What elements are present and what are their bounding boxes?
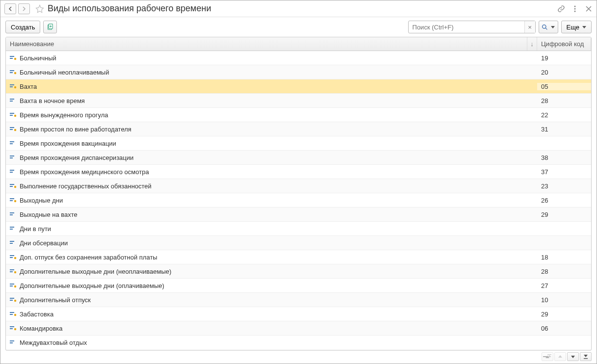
kebab-menu-icon[interactable] bbox=[571, 5, 579, 13]
nav-forward-button[interactable] bbox=[18, 3, 30, 14]
table-row[interactable]: Выполнение государственных обязанностей2… bbox=[6, 179, 591, 193]
row-code: 19 bbox=[537, 54, 591, 62]
svg-point-46 bbox=[14, 271, 16, 273]
svg-rect-47 bbox=[10, 284, 14, 285]
nav-back-button[interactable] bbox=[4, 3, 16, 14]
svg-point-2 bbox=[574, 10, 576, 12]
row-type-icon bbox=[10, 255, 17, 260]
favorite-star-icon[interactable] bbox=[35, 4, 45, 14]
row-code: 38 bbox=[537, 154, 591, 161]
close-icon[interactable] bbox=[585, 5, 593, 13]
row-name: Дополнительный отпуск bbox=[20, 296, 91, 304]
search-button[interactable] bbox=[539, 21, 558, 33]
row-type-icon bbox=[10, 240, 17, 245]
svg-point-31 bbox=[14, 186, 16, 188]
svg-rect-45 bbox=[10, 271, 13, 272]
table-row[interactable]: Забастовка29 bbox=[6, 307, 591, 321]
table-row[interactable]: Время простоя по вине работодателя31 bbox=[6, 122, 591, 136]
svg-point-55 bbox=[14, 314, 16, 316]
row-name: Время вынужденного прогула bbox=[20, 111, 108, 119]
table-row[interactable]: Время прохождения вакцинации bbox=[6, 136, 591, 151]
row-type-icon bbox=[10, 169, 17, 174]
svg-point-11 bbox=[14, 72, 16, 74]
table-row[interactable]: Дополнительный отпуск10 bbox=[6, 293, 591, 307]
column-header-name[interactable]: Наименование bbox=[6, 37, 527, 51]
row-name: Дополнительные выходные дни (неоплачивае… bbox=[20, 268, 171, 275]
row-type-icon bbox=[10, 269, 17, 274]
row-type-icon bbox=[10, 226, 17, 231]
table-row[interactable]: Время вынужденного прогула22 bbox=[6, 108, 591, 122]
svg-rect-41 bbox=[10, 255, 14, 256]
svg-rect-61 bbox=[547, 354, 551, 355]
table-row[interactable]: Время прохождения медицинского осмотра37 bbox=[6, 165, 591, 179]
sort-indicator[interactable]: ↓ bbox=[527, 37, 537, 51]
svg-rect-20 bbox=[10, 127, 14, 128]
search-input[interactable] bbox=[409, 24, 524, 31]
row-code: 20 bbox=[537, 69, 591, 76]
column-header-code[interactable]: Цифровой код bbox=[537, 37, 591, 51]
table-row[interactable]: Больничный неоплачиваемый20 bbox=[6, 65, 591, 79]
table-row[interactable]: Доп. отпуск без сохранения заработной пл… bbox=[6, 250, 591, 264]
scroll-down-button[interactable] bbox=[567, 352, 579, 361]
scroll-up-button[interactable] bbox=[554, 352, 566, 361]
row-code: 06 bbox=[537, 325, 591, 332]
svg-rect-62 bbox=[584, 358, 588, 359]
svg-rect-12 bbox=[10, 84, 14, 85]
table-row[interactable]: Командировка06 bbox=[6, 321, 591, 336]
svg-rect-48 bbox=[10, 286, 13, 286]
row-code: 18 bbox=[537, 254, 591, 261]
row-type-icon bbox=[10, 340, 17, 345]
row-type-icon bbox=[10, 297, 17, 302]
row-code: 27 bbox=[537, 282, 591, 289]
table-row[interactable]: Дополнительные выходные дни (неоплачивае… bbox=[6, 264, 591, 279]
svg-point-5 bbox=[543, 25, 546, 28]
row-type-icon bbox=[10, 312, 17, 316]
table-header: Наименование ↓ Цифровой код bbox=[6, 37, 591, 51]
svg-point-52 bbox=[14, 300, 16, 302]
table-row[interactable]: Дни обсервации bbox=[6, 236, 591, 250]
scroll-bottom-button[interactable] bbox=[580, 352, 592, 361]
create-button[interactable]: Создать bbox=[5, 21, 40, 33]
table-row[interactable]: Вахта05 bbox=[6, 79, 591, 94]
table-row[interactable]: Выходные на вахте29 bbox=[6, 208, 591, 222]
svg-rect-6 bbox=[10, 56, 14, 57]
svg-rect-30 bbox=[10, 186, 13, 187]
svg-point-0 bbox=[574, 5, 576, 7]
table-row[interactable]: Время прохождения диспансеризации38 bbox=[6, 151, 591, 165]
table-row[interactable]: Выходные дни26 bbox=[6, 193, 591, 208]
svg-rect-25 bbox=[10, 156, 14, 156]
svg-rect-9 bbox=[10, 70, 14, 71]
scroll-top-button[interactable] bbox=[542, 352, 553, 361]
row-code: 29 bbox=[537, 311, 591, 318]
table-row[interactable]: Больничный19 bbox=[6, 51, 591, 65]
titlebar: Виды использования рабочего времени bbox=[0, 0, 597, 17]
row-code: 22 bbox=[537, 111, 591, 119]
row-type-icon bbox=[10, 84, 17, 89]
svg-rect-15 bbox=[10, 99, 14, 100]
search-clear-button[interactable]: × bbox=[524, 21, 535, 33]
copy-create-button[interactable] bbox=[43, 21, 57, 33]
table-row[interactable]: Вахта в ночное время28 bbox=[6, 94, 591, 108]
svg-rect-57 bbox=[10, 328, 13, 329]
svg-rect-38 bbox=[10, 229, 13, 230]
more-button[interactable]: Еще bbox=[561, 21, 592, 33]
svg-rect-35 bbox=[10, 212, 14, 213]
svg-rect-56 bbox=[10, 326, 14, 327]
link-icon[interactable] bbox=[557, 5, 565, 13]
row-code: 05 bbox=[537, 83, 591, 90]
row-code: 23 bbox=[537, 182, 591, 190]
row-name: Время прохождения диспансеризации bbox=[20, 154, 133, 161]
row-code: 31 bbox=[537, 126, 591, 133]
table-row[interactable]: Дополнительные выходные дни (оплачиваемы… bbox=[6, 279, 591, 293]
svg-point-43 bbox=[14, 257, 16, 259]
page-title: Виды использования рабочего времени bbox=[48, 3, 211, 14]
row-code: 29 bbox=[537, 211, 591, 218]
svg-rect-44 bbox=[10, 269, 14, 270]
footer-nav bbox=[0, 351, 597, 364]
table-row[interactable]: Дни в пути bbox=[6, 222, 591, 236]
row-code: 37 bbox=[537, 168, 591, 176]
table-row[interactable]: Междувахтовый отдых bbox=[6, 336, 591, 350]
row-name: Больничный bbox=[20, 54, 56, 62]
row-name: Время прохождения медицинского осмотра bbox=[20, 168, 149, 176]
svg-rect-36 bbox=[10, 214, 13, 215]
